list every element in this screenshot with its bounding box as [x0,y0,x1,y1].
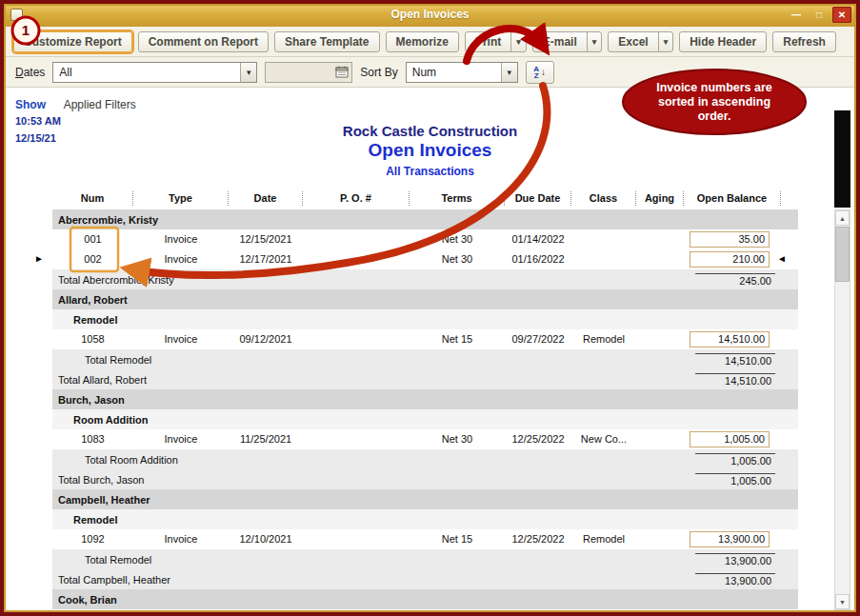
cell-terms[interactable]: Net 15 [410,329,505,349]
row-total-value: 14,510.00 [684,353,781,367]
show-filters-link[interactable]: Show [15,98,46,111]
show-row: Show Applied Filters [15,98,136,111]
cell-balance[interactable]: 1,005.00 [684,429,781,449]
cell-po[interactable] [303,329,410,349]
sort-by-dropdown[interactable]: Num ▾ [406,62,518,83]
invoice-row-002[interactable]: 002Invoice12/17/2021Net 3001/16/2022210.… [52,249,798,269]
cell-aging[interactable] [636,249,684,269]
cell-type[interactable]: Invoice [133,329,229,349]
cell-date[interactable]: 09/12/2021 [229,329,303,349]
cell-num[interactable]: 1058 [52,329,133,349]
cell-terms[interactable]: Net 30 [410,429,505,449]
cell-terms[interactable]: Net 30 [410,249,505,269]
invoice-row-1058[interactable]: 1058Invoice09/12/2021Net 1509/27/2022Rem… [52,329,798,349]
cell-po[interactable] [303,229,410,249]
table-body: Abercrombie, Kristy001Invoice12/15/2021N… [52,209,798,609]
row-label: Remodel [52,514,798,526]
dates-dropdown[interactable]: All ▾ [52,62,257,83]
row-total-value: 14,510.00 [684,373,781,387]
row-label: Total Room Addition [52,454,684,466]
total-job-row: Total Remodel14,510.00 [52,349,798,369]
cell-due[interactable]: 01/16/2022 [505,249,571,269]
sort-az-icon: AZ [533,66,539,79]
row-label: Campbell, Heather [52,494,798,506]
cell-type[interactable]: Invoice [133,529,229,549]
scroll-down-icon[interactable]: ▼ [835,594,850,609]
chevron-down-icon[interactable]: ▾ [240,63,256,82]
scrollbar-thumb[interactable] [835,227,850,282]
comment-on-report-button[interactable]: Comment on Report [138,31,269,52]
current-row-pointer-left-icon: ◄ [777,254,787,264]
share-template-button[interactable]: Share Template [274,31,379,52]
column-header-open-balance: Open Balance [684,191,781,206]
vertical-scrollbar[interactable]: ▲ ▼ [834,209,850,610]
cell-type[interactable]: Invoice [133,249,229,269]
close-button[interactable]: ✕ [832,7,851,23]
cell-terms[interactable]: Net 15 [410,529,505,549]
print-dropdown-arrow[interactable]: ▾ [510,31,527,52]
cell-due[interactable]: 12/25/2022 [505,529,571,549]
maximize-button[interactable]: □ [810,7,829,23]
cell-date[interactable]: 12/15/2021 [229,229,303,249]
cell-aging[interactable] [636,429,684,449]
date-input[interactable] [265,62,352,83]
customer-row: Campbell, Heather [52,489,798,509]
cell-class[interactable]: New Co... [571,429,636,449]
customer-row: Cook, Brian [52,589,798,609]
cell-date[interactable]: 12/17/2021 [229,249,303,269]
cell-due[interactable]: 01/14/2022 [505,229,571,249]
cell-class[interactable] [571,229,636,249]
cell-po[interactable] [303,529,410,549]
cell-balance[interactable]: 210.00 [684,249,781,269]
invoice-row-1092[interactable]: 1092Invoice12/10/2021Net 1512/25/2022Rem… [52,529,798,549]
cell-num[interactable]: 1083 [52,429,133,449]
cell-po[interactable] [303,429,410,449]
cell-balance[interactable]: 13,900.00 [684,529,781,549]
cell-terms[interactable]: Net 30 [410,229,505,249]
cell-due[interactable]: 09/27/2022 [505,329,571,349]
cell-aging[interactable] [636,229,684,249]
cell-class[interactable]: Remodel [571,329,636,349]
titlebar[interactable]: Open Invoices — □ ✕ [4,4,856,27]
cell-num[interactable]: 001 [52,229,133,249]
scroll-up-icon[interactable]: ▲ [835,210,850,226]
row-label: Total Abercrombie, Kristy [52,274,684,286]
row-label: Total Allard, Robert [52,374,684,386]
hide-header-button[interactable]: Hide Header [679,31,767,52]
sort-ascending-button[interactable]: AZ ↓ [526,61,554,84]
e-mail-dropdown-arrow[interactable]: ▾ [587,31,603,52]
cell-date[interactable]: 12/10/2021 [229,529,303,549]
cell-class[interactable]: Remodel [571,529,636,549]
total-customer-row: Total Campbell, Heather13,900.00 [52,569,798,589]
excel-button[interactable]: Excel [608,31,658,52]
chevron-down-icon[interactable]: ▾ [501,63,517,82]
e-mail-button[interactable]: E-mail [532,31,588,52]
row-total-value: 1,005.00 [684,473,781,487]
refresh-button[interactable]: Refresh [772,31,836,52]
cell-due[interactable]: 12/25/2022 [505,429,571,449]
minimize-button[interactable]: — [787,7,806,23]
memorize-button[interactable]: Memorize [386,31,459,52]
cell-num[interactable]: 002 [52,249,133,269]
cell-balance[interactable]: 14,510.00 [684,329,781,349]
cell-aging[interactable] [636,329,684,349]
cell-num[interactable]: 1092 [52,529,133,549]
cell-balance[interactable]: 35.00 [684,229,781,249]
cell-date[interactable]: 11/25/2021 [229,429,303,449]
window-title: Open Invoices [4,8,856,21]
sort-by-dropdown-value: Num [407,66,501,79]
invoice-row-001[interactable]: 001Invoice12/15/2021Net 3001/14/202235.0… [52,229,798,249]
print-button[interactable]: Print [465,31,511,52]
calendar-icon[interactable] [332,63,351,82]
invoice-row-1083[interactable]: 1083Invoice11/25/2021Net 3012/25/2022New… [52,429,798,449]
cell-class[interactable] [571,249,636,269]
cell-type[interactable]: Invoice [133,429,229,449]
cell-po[interactable] [303,249,410,269]
column-header-class: Class [571,191,636,206]
table-header-row: NumTypeDateP. O. #TermsDue DateClassAgin… [52,189,798,208]
customize-report-button[interactable]: Customize Report [13,31,132,52]
row-label: Abercrombie, Kristy [52,214,798,226]
cell-type[interactable]: Invoice [133,229,229,249]
excel-dropdown-arrow[interactable]: ▾ [658,31,674,52]
cell-aging[interactable] [636,529,684,549]
